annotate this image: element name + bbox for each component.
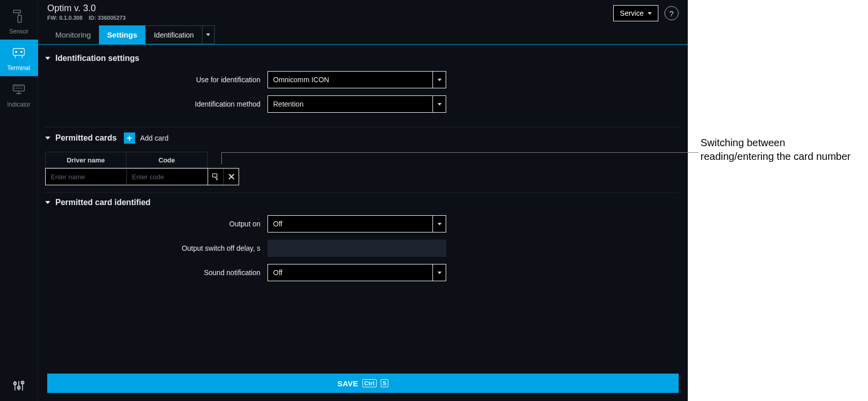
sidebar-item-label: Sensor [9,28,28,35]
label-output-switch-off-delay: Output switch off delay, s [43,244,268,252]
card-read-icon [212,173,220,181]
content-area: Identification settings Use for identifi… [38,45,688,374]
disclosure-triangle-icon [45,201,50,204]
disclosure-triangle-icon [45,137,50,140]
svg-rect-3 [13,85,24,91]
label-output-on: Output on [43,220,268,228]
section-permitted-card-identified: Permitted card identified Output on Off … [43,198,679,295]
app-title: Optim v. 3.0 [47,3,126,14]
help-icon: ? [670,9,674,18]
chevron-down-icon [206,34,210,36]
service-label: Service [620,9,644,17]
indicator-icon [10,81,27,98]
sidebar: Sensor Terminal Indicator [0,0,38,401]
save-label: SAVE [338,379,358,388]
section-header-permitted-cards[interactable]: Permitted cards + Add card [43,132,679,144]
disclosure-triangle-icon [45,57,50,60]
id-value: 336005273 [97,15,125,21]
combo-identification-method[interactable]: Retention [268,95,446,113]
chevron-down-icon [648,12,652,15]
sidebar-item-label: Indicator [7,101,30,108]
combo-value: Retention [268,96,432,112]
chevron-down-icon [438,223,442,225]
combo-sound-notification[interactable]: Off [268,264,446,281]
close-icon [228,173,235,180]
tab-bar: Monitoring Settings Identification [38,25,688,45]
device-meta: FW: 0.1.0.308 ID: 336005273 [47,15,126,21]
save-button[interactable]: SAVE Ctrl S [47,374,679,393]
add-card-label: Add card [140,134,169,142]
col-header-driver-name: Driver name [45,152,126,168]
chevron-down-icon [438,79,442,81]
sliders-icon [12,379,25,392]
driver-name-input[interactable] [45,168,126,185]
subtab-group: Identification [145,25,215,44]
svg-point-2 [21,51,22,53]
combo-value: Off [268,264,432,281]
chevron-down-icon [438,272,442,274]
sensor-icon [10,8,27,25]
combo-output-on[interactable]: Off [268,215,446,232]
service-dropdown[interactable]: Service [613,5,658,21]
switch-input-mode-button[interactable] [208,169,223,185]
label-identification-method: Identification method [43,100,268,108]
label-sound-notification: Sound notification [43,269,268,277]
card-code-input[interactable] [126,168,208,185]
tab-monitoring[interactable]: Monitoring [47,25,99,44]
annotation-text: Switching between reading/entering the c… [700,136,858,163]
output-switch-off-delay-field [268,240,446,257]
label-use-for-identification: Use for identification [43,76,268,84]
col-header-code: Code [126,152,208,168]
chevron-down-icon [438,103,442,106]
combo-toggle[interactable] [432,264,446,281]
fw-label: FW: [47,15,58,21]
section-permitted-cards: Permitted cards + Add card Driver name C… [43,132,679,193]
app-window: Sensor Terminal Indicator Optim v. 3.0 F… [0,0,688,401]
annotation-leader-line [221,152,222,164]
combo-value: Omnicomm ICON [268,72,432,88]
section-title: Permitted cards [55,133,117,143]
card-row [45,168,679,185]
help-button[interactable]: ? [664,6,679,20]
sidebar-item-label: Terminal [7,64,30,72]
sidebar-tool-settings[interactable] [0,371,38,401]
save-bar: SAVE Ctrl S [38,374,688,401]
kbd-s: S [381,379,389,387]
subtab-dropdown-toggle[interactable] [202,26,214,44]
combo-toggle[interactable] [432,72,446,88]
kbd-ctrl: Ctrl [362,379,377,387]
header: Optim v. 3.0 FW: 0.1.0.308 ID: 336005273… [38,0,688,25]
combo-use-for-identification[interactable]: Omnicomm ICON [268,71,446,88]
annotation-leader-line [221,152,698,153]
section-header-identification[interactable]: Identification settings [43,54,679,63]
main-panel: Optim v. 3.0 FW: 0.1.0.308 ID: 336005273… [38,0,688,401]
section-title: Permitted card identified [55,198,151,207]
sidebar-item-indicator[interactable]: Indicator [0,76,38,113]
fw-value: 0.1.0.308 [59,15,83,21]
remove-card-button[interactable] [223,169,239,185]
svg-rect-0 [13,49,24,56]
combo-toggle[interactable] [432,96,446,112]
subtab-identification[interactable]: Identification [146,26,202,44]
sidebar-item-terminal[interactable]: Terminal [0,40,38,76]
section-header-card-identified[interactable]: Permitted card identified [43,198,679,207]
id-label: ID: [89,15,96,21]
sidebar-item-sensor[interactable]: Sensor [0,3,38,40]
permitted-cards-table: Driver name Code [45,152,679,185]
add-card-button[interactable]: + [124,132,135,144]
section-identification-settings: Identification settings Use for identifi… [43,54,679,127]
section-title: Identification settings [55,54,139,63]
combo-value: Off [268,216,432,232]
tab-settings[interactable]: Settings [99,25,145,44]
combo-toggle[interactable] [432,216,446,232]
svg-point-1 [16,51,17,53]
terminal-icon [10,44,27,61]
svg-rect-7 [213,174,217,177]
